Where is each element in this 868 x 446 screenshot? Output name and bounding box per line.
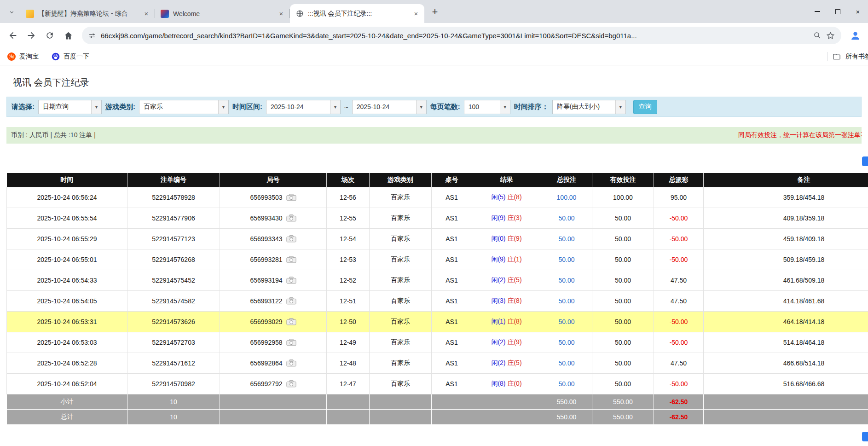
tab-title: 【新提醒】海燕策略论坛 - 综合: [38, 10, 139, 18]
table-row: 2025-10-24 06:52:04 522914570982 6569927…: [7, 373, 868, 394]
tab-search-button[interactable]: [5, 5, 18, 19]
cell-empty: [432, 394, 472, 409]
roadmap-camera-icon[interactable]: [286, 318, 296, 325]
chevron-down-icon: [9, 9, 15, 15]
back-button[interactable]: [5, 27, 21, 44]
roadmap-camera-icon[interactable]: [286, 193, 296, 201]
total-bet-link[interactable]: 50.00: [558, 380, 574, 388]
zoom-icon[interactable]: [813, 31, 822, 40]
page-size-select[interactable]: 100 ▾: [464, 100, 510, 114]
cell-result: 闲(1) 庄(8): [472, 311, 541, 332]
roadmap-camera-icon[interactable]: [286, 255, 296, 263]
tab-close-icon[interactable]: ×: [142, 9, 151, 18]
cell-table-no: AS1: [432, 373, 472, 394]
roadmap-camera-icon[interactable]: [286, 235, 296, 243]
roadmap-camera-icon[interactable]: [286, 380, 296, 388]
total-bet-link[interactable]: 50.00: [558, 297, 574, 305]
game-category-value: 百家乐: [139, 100, 218, 114]
floating-edge-button-top[interactable]: [862, 156, 868, 166]
date-start-input[interactable]: 2025-10-24 ▾: [266, 100, 341, 114]
cell-empty: [370, 394, 432, 409]
dropdown-arrow-icon: ▾: [416, 100, 426, 114]
cell-payout: 47.50: [654, 270, 704, 290]
query-mode-select[interactable]: 日期查询 ▾: [38, 100, 102, 114]
cell-total-bet: 50.00: [541, 373, 592, 394]
cell-session: 12-50: [327, 311, 370, 332]
total-bet-link[interactable]: 50.00: [558, 235, 574, 243]
total-bet-link[interactable]: 50.00: [558, 214, 574, 222]
folder-icon: [833, 52, 841, 61]
result-banker: 庄(1): [507, 255, 521, 263]
minimize-icon: [815, 11, 820, 12]
total-bet-link[interactable]: 100.00: [557, 194, 577, 201]
roadmap-camera-icon[interactable]: [286, 338, 296, 346]
cell-note: 509.18/459.18: [704, 249, 868, 270]
roadmap-camera-icon[interactable]: [286, 214, 296, 222]
sort-order-select[interactable]: 降幂(由大到小) ▾: [552, 100, 626, 114]
url-text[interactable]: 66cxkj98.com/game/betrecord_search/kind3…: [101, 32, 809, 40]
cell-table-no: AS1: [432, 270, 472, 290]
total-bet-link[interactable]: 50.00: [558, 277, 574, 284]
result-player: 闲(5): [491, 193, 505, 201]
cell-valid-bet: 50.00: [592, 290, 654, 311]
minimize-button[interactable]: [807, 0, 827, 23]
date-end-input[interactable]: 2025-10-24 ▾: [352, 100, 427, 114]
total-total-bet: 550.00: [541, 409, 592, 424]
tab-close-icon[interactable]: ×: [411, 9, 421, 18]
profile-button[interactable]: [847, 27, 863, 44]
bookmark-baidu[interactable]: 百度一下: [52, 52, 89, 61]
cell-result: 闲(8) 庄(0): [472, 373, 541, 394]
cell-result: 闲(3) 庄(8): [472, 290, 541, 311]
tab-welcome[interactable]: Welcome ×: [155, 4, 289, 23]
round-no-text: 656992864: [250, 359, 282, 367]
round-no-text: 656993122: [250, 297, 282, 305]
cell-session: 12-55: [327, 208, 370, 228]
profile-icon: [850, 30, 861, 41]
forward-button[interactable]: [23, 27, 40, 44]
total-bet-link[interactable]: 50.00: [558, 359, 574, 367]
page-title: 视讯 会员下注纪录: [13, 76, 868, 89]
cell-round-no: 656992792: [220, 373, 327, 394]
home-button[interactable]: [60, 27, 76, 44]
cell-note: 464.18/414.18: [704, 311, 868, 332]
url-bar[interactable]: 66cxkj98.com/game/betrecord_search/kind3…: [82, 27, 841, 44]
bookmark-star-icon[interactable]: [826, 31, 835, 40]
cell-result: 闲(2) 庄(9): [472, 332, 541, 353]
roadmap-camera-icon[interactable]: [286, 359, 296, 367]
cell-valid-bet: 50.00: [592, 373, 654, 394]
filter-bar: 请选择: 日期查询 ▾ 游戏类别: 百家乐 ▾ 时间区间: 2025-10-24…: [6, 97, 862, 117]
table-row: 2025-10-24 06:56:24 522914578928 6569935…: [7, 187, 868, 208]
total-bet-link[interactable]: 50.00: [558, 339, 574, 346]
tab-bet-records-active[interactable]: :::视讯 会员下注纪录::: ×: [290, 4, 424, 23]
search-button[interactable]: 查询: [633, 100, 657, 114]
forward-icon: [26, 30, 36, 41]
total-bet-link[interactable]: 50.00: [558, 318, 574, 325]
all-bookmarks[interactable]: 所有书签: [827, 48, 868, 65]
header-table-no: 桌号: [432, 173, 472, 187]
result-banker: 庄(9): [507, 235, 521, 242]
new-tab-button[interactable]: +: [428, 5, 442, 19]
result-banker: 庄(8): [507, 297, 521, 304]
roadmap-camera-icon[interactable]: [286, 276, 296, 284]
game-category-select[interactable]: 百家乐 ▾: [139, 100, 229, 114]
maximize-button[interactable]: [827, 0, 848, 23]
bookmark-taobao[interactable]: 淘 爱淘宝: [7, 52, 39, 61]
cell-round-no: 656993343: [220, 228, 327, 249]
close-button[interactable]: ×: [848, 0, 868, 23]
result-banker: 庄(5): [507, 359, 521, 366]
roadmap-camera-icon[interactable]: [286, 297, 296, 305]
cell-table-no: AS1: [432, 311, 472, 332]
total-bet-link[interactable]: 50.00: [558, 256, 574, 263]
total-valid-bet: 550.00: [592, 409, 654, 424]
cell-session: 12-56: [327, 187, 370, 208]
result-banker: 庄(3): [507, 214, 521, 221]
tab-close-icon[interactable]: ×: [277, 9, 286, 18]
floating-edge-button-bottom[interactable]: [862, 432, 868, 441]
cell-bet-no: 522914573626: [127, 311, 220, 332]
cell-note: 359.18/454.18: [704, 187, 868, 208]
refresh-button[interactable]: [41, 27, 58, 44]
tab-forum[interactable]: 【新提醒】海燕策略论坛 - 综合 ×: [20, 4, 155, 23]
cell-empty: [472, 394, 541, 409]
cell-payout: 47.50: [654, 353, 704, 373]
site-info-icon[interactable]: [88, 32, 96, 40]
